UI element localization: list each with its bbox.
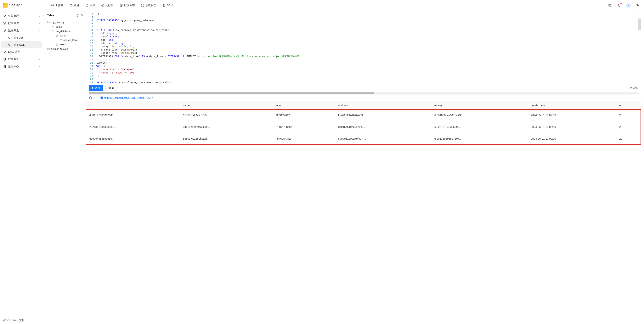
menu-icon	[3, 22, 6, 25]
sidebar-item[interactable]: 运维中心▾	[0, 63, 43, 70]
table-cell: 1b360ccd55def1337...	[180, 109, 274, 121]
run-button-label: 运行	[95, 86, 100, 90]
column-header[interactable]: up	[616, 101, 641, 109]
sidebar-subitem[interactable]: Flink Jar	[0, 34, 43, 41]
svg-rect-0	[70, 4, 72, 6]
sidebar-item-label: Flink Jar	[13, 36, 23, 39]
openapi-docs-link[interactable]: OpenAPI 文档	[3, 319, 24, 322]
refresh-icon[interactable]	[75, 13, 80, 18]
svg-point-16	[4, 31, 5, 32]
nav-icon	[120, 4, 123, 7]
result-tab-pending[interactable]: ✕	[87, 95, 97, 101]
top-nav-item[interactable]: 资源	[83, 2, 98, 8]
top-nav-item[interactable]: 数据标准	[117, 2, 138, 8]
table-cell: 6.0813585955275e+...	[432, 133, 528, 145]
editor-gutter: 3456789101112131415161718192021222324	[86, 11, 95, 84]
top-nav-item[interactable]: 项目	[67, 2, 82, 8]
nav-icon	[51, 4, 54, 7]
sql-editor[interactable]: 3456789101112131415161718192021222324 );…	[86, 11, 641, 84]
table-panel-title: Table	[47, 14, 75, 17]
chevron-down-icon: ▾	[39, 22, 40, 24]
table-row[interactable]: -699794488699659...8e80ef6c265bbeadf...-…	[86, 133, 641, 145]
table-cell: 6.9510088475416e+33	[432, 109, 528, 121]
user-avatar[interactable]: s	[626, 3, 631, 8]
nav-icon	[86, 4, 88, 7]
menu-icon	[8, 43, 11, 46]
table-cell: 20	[616, 109, 641, 121]
bell-icon[interactable]	[616, 2, 622, 8]
menu-icon	[3, 58, 6, 61]
close-icon[interactable]: ✕	[152, 96, 154, 99]
tree-node[interactable]: source_table	[47, 38, 84, 42]
table-cell: 94618e56d8fff39c9d...	[180, 121, 274, 133]
result-tab-active[interactable]: ✓ 9cfd0c109121d8952e11a21395b273f2 ✕	[98, 95, 156, 101]
sidebar-item[interactable]: 数据开发▴	[0, 27, 43, 34]
nav-label: OAM	[166, 4, 173, 7]
grid-icon	[56, 34, 58, 37]
tree-node[interactable]: tables	[47, 33, 84, 38]
editor-code[interactable]: );CREATE DATABASE my_catalog.my_database…	[95, 11, 641, 84]
tree-node-label: default_catalog	[51, 47, 68, 50]
svg-point-32	[52, 30, 52, 31]
column-header[interactable]: id	[86, 101, 180, 109]
tree-node[interactable]: my_database	[47, 29, 84, 33]
table-cell: -546284372	[274, 133, 335, 145]
column-header[interactable]: age	[274, 101, 335, 109]
table-cell: -1466788566	[274, 121, 335, 133]
editor-scrollbar[interactable]	[638, 18, 641, 30]
svg-point-30	[54, 26, 54, 26]
top-nav-item[interactable]: 工作台	[48, 2, 66, 8]
table-row[interactable]: -4501147686312140...1b360ccd55def1337...…	[86, 109, 641, 121]
tree-node[interactable]: default	[47, 24, 84, 29]
nav-label: 项目	[74, 4, 79, 7]
format-link[interactable]: 格式化	[630, 86, 638, 90]
table-cell: -4501147686312140...	[86, 109, 180, 121]
table-cell: 20	[616, 133, 641, 145]
run-button[interactable]: 运行	[89, 85, 103, 91]
svg-point-11	[4, 22, 4, 23]
top-nav: 工作台项目资源元数据数据标准系统管理OAM	[48, 2, 606, 8]
language-icon[interactable]	[635, 2, 641, 8]
nav-label: 工作台	[55, 4, 63, 7]
editor-horizontal-scrollbar[interactable]	[89, 92, 638, 94]
close-icon[interactable]: ✕	[93, 96, 95, 99]
app-logo[interactable]: Scaleph	[3, 3, 48, 8]
table-cell: 2024-05-01 10:02:00	[528, 121, 616, 133]
svg-point-23	[4, 51, 4, 51]
tree-node[interactable]: default_catalog	[47, 47, 84, 51]
svg-point-18	[10, 37, 10, 37]
logo-icon	[3, 3, 8, 8]
notification-dot	[620, 3, 622, 4]
sidebar-subitem[interactable]: Flink SQL	[1, 41, 42, 48]
sidebar-item[interactable]: 引擎管理▾	[0, 12, 43, 20]
sidebar-item-label: 数据集成	[8, 22, 19, 25]
sidebar-collapse-toggle[interactable]: ‹	[41, 15, 46, 20]
top-nav-item[interactable]: 元数据	[98, 2, 116, 8]
sidebar-item[interactable]: DAG 调度	[0, 48, 43, 56]
svg-point-29	[52, 26, 52, 26]
top-nav-item[interactable]: OAM	[160, 3, 176, 8]
column-header[interactable]: create_time	[528, 101, 616, 109]
svg-point-15	[5, 30, 6, 30]
grid-icon	[56, 43, 58, 46]
help-icon[interactable]	[606, 2, 613, 8]
table-cell: 20	[616, 121, 641, 133]
status-check-icon: ✓	[100, 96, 103, 99]
svg-point-17	[8, 37, 9, 37]
top-nav-item[interactable]: 系统管理	[138, 2, 159, 8]
table-row[interactable]: -2021861836393888...94618e56d8fff39c9d..…	[86, 121, 641, 133]
tree-node[interactable]: views	[47, 42, 84, 47]
openapi-docs-label: OpenAPI 文档	[7, 319, 24, 322]
sidebar-item-label: 数据开发	[8, 29, 19, 32]
save-button[interactable]: 保 存	[106, 85, 118, 91]
column-header[interactable]: money	[432, 101, 528, 109]
column-header[interactable]: name	[180, 101, 274, 109]
svg-point-25	[4, 52, 5, 53]
column-header[interactable]: address	[336, 101, 432, 109]
tree-node[interactable]: my_catalog	[47, 20, 84, 24]
nav-label: 数据标准	[124, 4, 135, 7]
sidebar-item[interactable]: 数据服务▾	[0, 56, 43, 63]
sidebar-item[interactable]: 数据集成▾	[0, 20, 43, 27]
sidebar-item-label: Flink SQL	[13, 43, 24, 46]
search-icon[interactable]	[80, 13, 84, 18]
